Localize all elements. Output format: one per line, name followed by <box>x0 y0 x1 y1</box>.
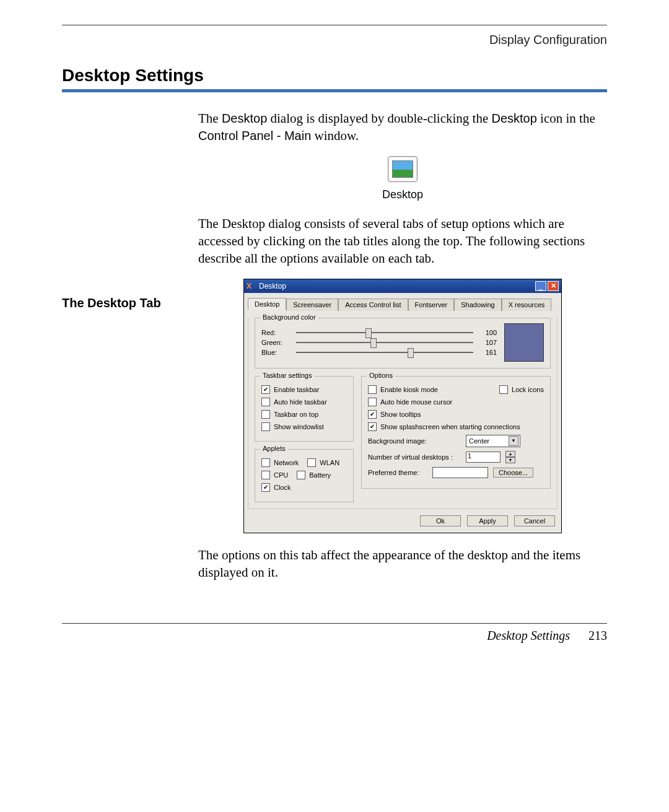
desktop-icon-caption: Desktop <box>198 188 607 201</box>
group-label: Background color <box>260 313 318 321</box>
group-background-color: Background color Red: 100 Green: <box>255 318 551 369</box>
group-taskbar: Taskbar settings Enable taskbar Auto hid… <box>255 376 354 442</box>
applet-wlan-checkbox[interactable] <box>307 458 316 467</box>
group-label: Taskbar settings <box>260 372 314 379</box>
intro-paragraph-1: The Desktop dialog is displayed by doubl… <box>198 110 607 145</box>
show-splash-label: Show splashscreen when starting connecti… <box>380 423 520 430</box>
tab-screensaver[interactable]: Screensaver <box>286 299 338 311</box>
tab-subhead: The Desktop Tab <box>62 296 198 310</box>
blue-label: Blue: <box>261 349 291 356</box>
bg-image-label: Background image: <box>368 437 461 445</box>
apply-button[interactable]: Apply <box>467 515 508 526</box>
tab-shadowing[interactable]: Shadowing <box>454 299 501 311</box>
group-applets: Applets Network WLAN CPU Battery <box>255 449 354 502</box>
app-x-icon: X <box>247 282 255 290</box>
applet-battery-label: Battery <box>309 471 331 479</box>
show-windowlist-checkbox[interactable] <box>261 422 270 431</box>
theme-label: Preferred theme: <box>368 469 427 476</box>
tab-xresources[interactable]: X resources <box>502 299 552 311</box>
tab-desktop[interactable]: Desktop <box>248 298 286 310</box>
page-header: Display Configuration <box>62 33 607 47</box>
ok-button[interactable]: Ok <box>420 515 461 526</box>
applet-battery-checkbox[interactable] <box>297 471 305 479</box>
auto-hide-taskbar-label: Auto hide taskbar <box>274 398 327 406</box>
applet-network-checkbox[interactable] <box>261 458 270 467</box>
applet-clock-checkbox[interactable] <box>261 483 270 492</box>
blue-value: 161 <box>478 349 497 356</box>
applet-wlan-label: WLAN <box>320 459 339 466</box>
desktop-dialog: X Desktop ‗ ✕ Desktop Screensaver Access… <box>243 279 562 533</box>
spin-down-button[interactable]: ▼ <box>505 457 515 463</box>
theme-input[interactable] <box>432 467 488 478</box>
minimize-button[interactable]: ‗ <box>535 281 546 291</box>
red-label: Red: <box>261 329 291 336</box>
enable-kiosk-label: Enable kiosk mode <box>380 386 438 393</box>
enable-taskbar-checkbox[interactable] <box>261 385 270 394</box>
green-value: 107 <box>478 339 497 346</box>
tab-fontserver[interactable]: Fontserver <box>408 299 455 311</box>
titlebar: X Desktop ‗ ✕ <box>244 279 561 293</box>
applet-cpu-checkbox[interactable] <box>261 471 270 479</box>
red-slider[interactable] <box>296 332 473 333</box>
choose-button[interactable]: Choose... <box>493 468 533 478</box>
lock-icons-label: Lock icons <box>512 386 544 393</box>
group-label: Options <box>367 372 395 379</box>
lock-icons-checkbox[interactable] <box>499 385 508 394</box>
spin-up-button[interactable]: ▲ <box>505 451 515 457</box>
show-windowlist-label: Show windowlist <box>274 423 324 430</box>
page-footer: Desktop Settings 213 <box>62 623 607 643</box>
accent-rule <box>62 89 607 92</box>
green-slider[interactable] <box>296 342 473 343</box>
page-title: Desktop Settings <box>62 66 607 85</box>
applet-network-label: Network <box>274 459 299 466</box>
tab-access-control[interactable]: Access Control list <box>338 299 408 311</box>
show-splash-checkbox[interactable] <box>368 422 377 431</box>
applet-clock-label: Clock <box>274 484 291 491</box>
cancel-button[interactable]: Cancel <box>514 515 555 526</box>
group-options: Options Enable kiosk mode Lock icons Aut… <box>361 376 551 489</box>
show-tooltips-checkbox[interactable] <box>368 410 377 419</box>
group-label: Applets <box>260 445 288 452</box>
bg-image-select[interactable]: Center ▼ <box>466 435 520 447</box>
applet-cpu-label: CPU <box>274 471 288 479</box>
auto-hide-cursor-checkbox[interactable] <box>368 398 377 406</box>
svg-text:X: X <box>247 282 252 290</box>
green-label: Green: <box>261 339 291 346</box>
auto-hide-cursor-label: Auto hide mouse cursor <box>380 398 452 406</box>
chevron-down-icon: ▼ <box>509 436 518 446</box>
auto-hide-taskbar-checkbox[interactable] <box>261 398 270 406</box>
desktop-icon <box>388 156 418 182</box>
close-button[interactable]: ✕ <box>548 281 559 291</box>
num-desktops-input[interactable]: 1 <box>466 452 501 463</box>
num-desktops-label: Number of virtual desktops : <box>368 453 461 461</box>
after-paragraph: The options on this tab affect the appea… <box>198 546 607 582</box>
taskbar-on-top-label: Taskbar on top <box>274 411 318 418</box>
color-swatch <box>504 323 544 362</box>
window-title: Desktop <box>259 282 286 290</box>
enable-taskbar-label: Enable taskbar <box>274 386 319 393</box>
taskbar-on-top-checkbox[interactable] <box>261 410 270 419</box>
enable-kiosk-checkbox[interactable] <box>368 385 377 394</box>
red-value: 100 <box>478 329 497 336</box>
intro-paragraph-2: The Desktop dialog consists of several t… <box>198 215 607 268</box>
show-tooltips-label: Show tooltips <box>380 411 421 418</box>
blue-slider[interactable] <box>296 352 473 353</box>
